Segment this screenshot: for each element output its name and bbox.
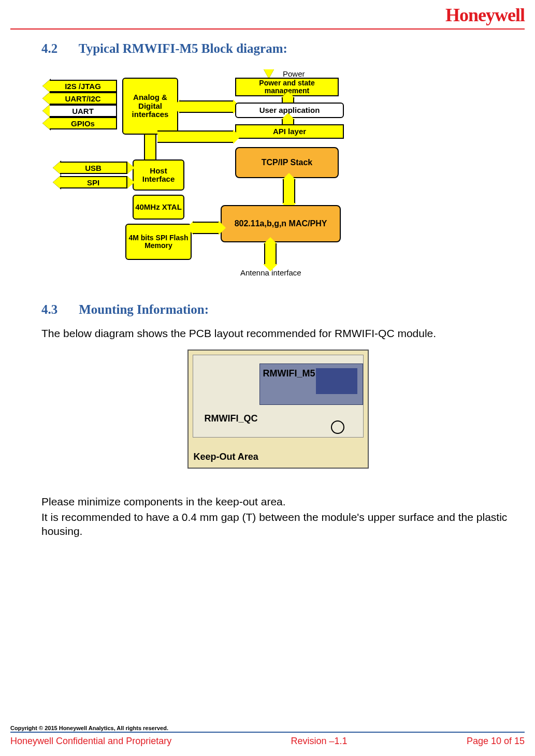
uart-i2c-arrow: UART/I2C <box>50 92 117 105</box>
antenna-label: Antenna interface <box>240 268 301 277</box>
conn-tcpip-mac <box>283 179 295 204</box>
flash-box: 4M bits SPI Flash Memory <box>125 224 192 260</box>
power-label: Power <box>283 69 305 78</box>
host-interface-box: Host Interface <box>133 159 184 191</box>
section-4-2-num: 4.2 <box>41 41 76 56</box>
uart-i2c-label: UART/I2C <box>50 92 117 105</box>
gpios-arrow: GPIOs <box>50 117 117 129</box>
footer-left: Honeywell Confidential and Proprietary <box>10 736 171 747</box>
spi-label: SPI <box>60 176 127 188</box>
mount-hole-icon <box>331 420 344 434</box>
uart-label: UART <box>50 105 117 117</box>
brand-logo: Honeywell <box>445 4 525 26</box>
gpios-label: GPIOs <box>50 117 117 129</box>
conn-flash-mac <box>193 222 220 234</box>
mount-keep-out-label: Keep-Out Area <box>194 452 258 462</box>
header-rule <box>10 28 525 30</box>
usb-label: USB <box>60 162 127 174</box>
i2s-jtag-label: I2S /JTAG <box>50 80 117 92</box>
uart-arrow: UART <box>50 105 117 117</box>
page-content: 4.2 Typical RMWIFI-M5 Block diagram: Pow… <box>41 41 514 545</box>
mac-phy-box: 802.11a,b,g,n MAC/PHY <box>221 205 341 242</box>
mount-qc-label: RMWIFI_QC <box>205 413 258 424</box>
section-4-3-title: Mounting Information: <box>79 302 209 316</box>
mount-antenna-patch <box>316 368 357 394</box>
footer-copyright: Copyright © 2015 Honeywell Analytics, Al… <box>10 725 525 733</box>
section-4-2-heading: 4.2 Typical RMWIFI-M5 Block diagram: <box>41 41 514 56</box>
paragraph-3: It is recommended to have a 0.4 mm gap (… <box>41 510 514 539</box>
spi-arrow: SPI <box>60 176 127 188</box>
footer-center: Revision –1.1 <box>291 736 347 747</box>
conn-mac-antenna <box>264 243 277 265</box>
conn-stem-api <box>157 130 234 143</box>
api-layer-box: API layer <box>235 124 344 139</box>
footer-right: Page 10 of 15 <box>467 736 525 747</box>
conn-analog-host-stem <box>144 135 156 162</box>
mount-m5-label: RMWIFI_M5 <box>263 368 315 379</box>
section-4-3-heading: 4.3 Mounting Information: <box>41 302 514 317</box>
block-diagram: Power Power and state management Analog … <box>29 70 360 293</box>
analog-digital-box: Analog & Digital interfaces <box>122 78 178 135</box>
brand-logo-text: Honeywell <box>445 5 525 25</box>
page-footer: Copyright © 2015 Honeywell Analytics, Al… <box>10 725 525 747</box>
usb-arrow: USB <box>60 162 127 174</box>
mount-pcb-outline: RMWIFI_M5 RMWIFI_QC <box>193 355 364 438</box>
paragraph-1: The below diagram shows the PCB layout r… <box>41 326 514 340</box>
paragraph-2: Please minimize components in the keep-o… <box>41 495 514 508</box>
conn-analog-userapp <box>179 100 234 113</box>
xtal-box: 40MHz XTAL <box>133 195 184 220</box>
i2s-jtag-arrow: I2S /JTAG <box>50 80 117 92</box>
section-4-3-num: 4.3 <box>41 302 76 317</box>
section-4-2-title: Typical RMWIFI-M5 Block diagram: <box>79 41 287 55</box>
mounting-diagram: RMWIFI_M5 RMWIFI_QC Keep-Out Area <box>187 350 369 469</box>
mount-m5-module: RMWIFI_M5 <box>259 364 363 405</box>
